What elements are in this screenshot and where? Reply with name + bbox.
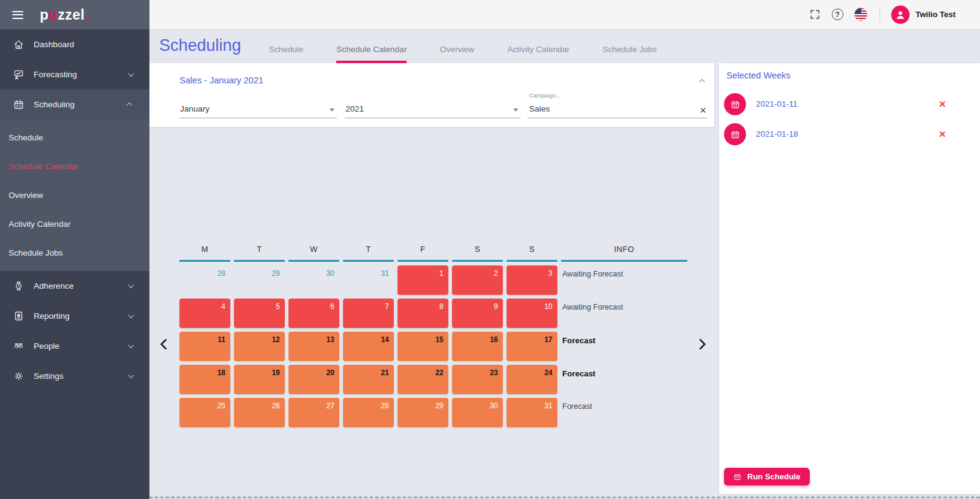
language-flag-icon[interactable] xyxy=(854,8,867,21)
chevron-down-icon xyxy=(128,70,134,77)
calendar-day-cell-28[interactable]: 28 xyxy=(343,398,394,427)
sidebar-item-settings[interactable]: Settings xyxy=(0,361,149,391)
fullscreen-icon[interactable] xyxy=(809,9,821,20)
calendar-day-cell-27[interactable]: 27 xyxy=(288,398,339,427)
tab-schedule-jobs[interactable]: Schedule Jobs xyxy=(586,45,674,63)
year-select-value: 2021 xyxy=(345,104,364,113)
topbar-logo-area: puzzel. xyxy=(0,0,149,29)
hamburger-menu-icon[interactable] xyxy=(12,9,23,21)
day-number: 23 xyxy=(490,368,498,377)
calendar-day-cell-15[interactable]: 15 xyxy=(398,332,448,361)
calendar-day-cell-23[interactable]: 23 xyxy=(452,365,503,394)
selected-week-row: 2021-01-11 × xyxy=(719,93,980,118)
calendar-day-cell-31[interactable]: 31 xyxy=(507,398,557,427)
calendar-day-cell-21[interactable]: 21 xyxy=(343,365,394,394)
topbar-divider xyxy=(880,6,880,23)
info-header: INFO xyxy=(561,245,687,262)
sidebar-item-forecasting[interactable]: Forecasting xyxy=(0,59,149,90)
calendar-day-cell-9[interactable]: 9 xyxy=(452,299,503,328)
calendar-day-cell-11[interactable]: 11 xyxy=(179,332,230,361)
tab-activity-calendar[interactable]: Activity Calendar xyxy=(491,45,586,63)
day-number: 19 xyxy=(272,368,280,377)
year-select[interactable]: 2021 xyxy=(345,100,521,118)
calendar-day-cell-24[interactable]: 24 xyxy=(507,365,557,394)
campaign-field-value: Sales xyxy=(529,104,550,113)
calendar-day-cell-4[interactable]: 4 xyxy=(179,299,230,328)
people-icon xyxy=(12,340,24,352)
sidebar-item-adherence[interactable]: Adherence xyxy=(0,271,149,301)
calendar-day-cell-7[interactable]: 7 xyxy=(343,299,394,328)
calendar-day-cell-6[interactable]: 6 xyxy=(288,299,339,328)
week-info-label: Awaiting Forecast xyxy=(561,265,687,295)
sidebar-item-scheduling[interactable]: Scheduling xyxy=(0,90,149,120)
sidebar-item-dashboard[interactable]: Dashboard xyxy=(0,29,149,59)
next-month-button[interactable] xyxy=(692,336,708,352)
previous-month-button[interactable] xyxy=(157,336,173,352)
calendar-day-cell-29[interactable]: 29 xyxy=(398,398,448,427)
submenu-item-activity-calendar[interactable]: Activity Calendar xyxy=(0,210,149,238)
month-select[interactable]: January xyxy=(179,100,337,118)
calendar-day-cell-3[interactable]: 3 xyxy=(507,265,557,295)
calendar-icon xyxy=(12,99,24,111)
calendar-day-cell-31[interactable]: 31 xyxy=(343,265,394,295)
calendar-day-cell-17[interactable]: 17 xyxy=(507,332,557,361)
day-number: 3 xyxy=(548,269,552,278)
campaign-field[interactable]: Campaign... Sales × xyxy=(529,100,707,118)
filter-panel-title: Sales - January 2021 xyxy=(179,75,263,85)
app-window: puzzel. ? Twilio Test Dashboard xyxy=(0,0,980,499)
submenu-item-label: Schedule xyxy=(9,133,43,142)
calendar-day-cell-28[interactable]: 28 xyxy=(179,265,230,295)
remove-week-icon[interactable]: × xyxy=(939,98,946,110)
report-icon xyxy=(12,310,24,322)
calendar-day-cell-16[interactable]: 16 xyxy=(452,332,503,361)
submenu-item-schedule[interactable]: Schedule xyxy=(0,123,149,152)
user-avatar[interactable] xyxy=(891,6,910,24)
tab-schedule[interactable]: Schedule xyxy=(252,45,320,63)
submenu-item-label: Schedule Calendar xyxy=(9,162,79,171)
clear-campaign-icon[interactable]: × xyxy=(699,105,706,116)
calendar-day-cell-29[interactable]: 29 xyxy=(234,265,285,295)
calendar-icon xyxy=(733,473,742,481)
remove-week-icon[interactable]: × xyxy=(939,128,946,140)
calendar-day-cell-14[interactable]: 14 xyxy=(343,332,394,361)
calendar-day-cell-20[interactable]: 20 xyxy=(288,365,339,394)
tab-schedule-calendar[interactable]: Schedule Calendar xyxy=(320,45,423,63)
help-icon[interactable]: ? xyxy=(832,9,843,20)
calendar-day-cell-30[interactable]: 30 xyxy=(452,398,503,427)
week-info-label: Forecast xyxy=(561,332,687,361)
calendar-day-cell-25[interactable]: 25 xyxy=(179,398,230,427)
run-schedule-button[interactable]: Run Schedule xyxy=(724,468,810,486)
calendar-day-cell-1[interactable]: 1 xyxy=(398,265,448,295)
chevron-up-icon xyxy=(699,79,705,85)
calendar-day-cell-30[interactable]: 30 xyxy=(288,265,339,295)
calendar-day-cell-26[interactable]: 26 xyxy=(234,398,285,427)
selected-week-date[interactable]: 2021-01-18 xyxy=(756,129,798,139)
user-name[interactable]: Twilio Test xyxy=(916,10,956,19)
calendar-day-cell-12[interactable]: 12 xyxy=(234,332,285,361)
sidebar-item-label: Adherence xyxy=(34,281,74,291)
day-header: W xyxy=(288,245,339,262)
week-info-label: Forecast xyxy=(561,398,687,427)
calendar-day-cell-18[interactable]: 18 xyxy=(179,365,230,394)
submenu-item-schedule-calendar[interactable]: Schedule Calendar xyxy=(0,152,149,181)
collapse-panel-button[interactable] xyxy=(701,75,705,86)
calendar-day-cell-10[interactable]: 10 xyxy=(507,299,557,328)
submenu-item-schedule-jobs[interactable]: Schedule Jobs xyxy=(0,238,149,267)
submenu-item-overview[interactable]: Overview xyxy=(0,181,149,210)
calendar-day-cell-8[interactable]: 8 xyxy=(398,299,448,328)
calendar-day-cell-22[interactable]: 22 xyxy=(398,365,448,394)
chevron-right-icon xyxy=(695,338,706,349)
calendar-day-cell-19[interactable]: 19 xyxy=(234,365,285,394)
calendar-day-cell-13[interactable]: 13 xyxy=(288,332,339,361)
sidebar-item-people[interactable]: People xyxy=(0,331,149,361)
chevron-left-icon xyxy=(160,338,171,349)
sidebar-item-reporting[interactable]: Reporting xyxy=(0,301,149,331)
sidebar-item-label: Reporting xyxy=(34,311,70,321)
selected-week-date[interactable]: 2021-01-11 xyxy=(756,99,797,109)
day-number: 2 xyxy=(494,269,498,278)
calendar-day-cell-5[interactable]: 5 xyxy=(234,299,285,328)
day-number: 4 xyxy=(221,302,225,311)
calendar-day-cell-2[interactable]: 2 xyxy=(452,265,503,295)
submenu-item-label: Schedule Jobs xyxy=(9,248,63,257)
tab-overview[interactable]: Overview xyxy=(423,45,491,63)
